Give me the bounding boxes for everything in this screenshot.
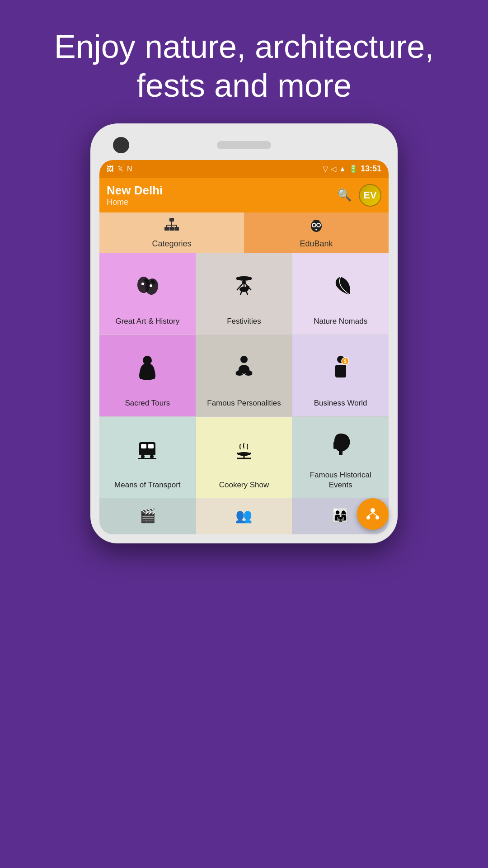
battery-icon: 🔋 (349, 165, 358, 173)
status-time: 13:51 (361, 164, 381, 174)
svg-line-52 (373, 513, 377, 516)
svg-point-41 (150, 455, 154, 458)
signal-icon2: ▲ (339, 165, 346, 173)
business-label: Business World (314, 398, 367, 408)
historical-icon (297, 424, 384, 465)
category-cookery-show[interactable]: Cookery Show (196, 417, 292, 498)
art-label: Great Art & History (115, 316, 179, 326)
transport-label: Means of Transport (114, 480, 180, 490)
svg-line-27 (246, 291, 248, 295)
tab-categories[interactable]: Categories (99, 212, 244, 253)
svg-point-54 (367, 517, 369, 519)
festivities-label: Festivities (227, 316, 261, 326)
famous-label: Famous Personalities (207, 398, 281, 408)
phone-screen: 🖼 𝕏 N ▽ ◁ ▲ 🔋 13:51 New Delhi Home 🔍 EV (99, 160, 389, 534)
category-famous-personalities[interactable]: Famous Personalities (196, 335, 292, 416)
notification-icon: N (127, 165, 132, 173)
svg-point-17 (141, 283, 144, 285)
svg-rect-0 (169, 218, 174, 222)
svg-point-53 (372, 509, 374, 511)
app-bar-right: 🔍 EV (337, 184, 381, 207)
speaker (217, 141, 271, 149)
categories-icon (164, 217, 180, 236)
svg-rect-39 (139, 452, 155, 455)
svg-rect-2 (169, 227, 174, 231)
search-button[interactable]: 🔍 (337, 188, 352, 202)
category-famous-historical[interactable]: Famous Historical Events (292, 417, 389, 498)
app-bar: New Delhi Home 🔍 EV (99, 178, 389, 212)
hero-text: Enjoy nature, architecture, fests and mo… (0, 0, 488, 123)
home-label: Home (107, 198, 163, 207)
svg-rect-47 (333, 442, 336, 449)
image-icon: 🖼 (107, 165, 114, 173)
svg-text:$: $ (344, 359, 347, 364)
festivities-icon (201, 260, 288, 311)
twitter-icon: 𝕏 (117, 165, 123, 173)
svg-point-40 (141, 455, 145, 458)
nature-icon (297, 260, 384, 311)
categories-grid: Great Art & History (99, 253, 389, 498)
svg-line-51 (368, 513, 373, 516)
fab-button[interactable] (357, 498, 389, 530)
camera (113, 137, 129, 153)
svg-point-18 (150, 284, 152, 287)
status-icons-left: 🖼 𝕏 N (107, 165, 132, 173)
category-means-of-transport[interactable]: Means of Transport (99, 417, 196, 498)
app-bar-left: New Delhi Home (107, 184, 163, 207)
logo-badge[interactable]: EV (359, 184, 381, 207)
tab-categories-label: Categories (152, 239, 191, 249)
tab-edubank[interactable]: EduBank (244, 212, 389, 253)
city-name: New Delhi (107, 184, 163, 198)
cookery-label: Cookery Show (219, 480, 269, 490)
transport-icon (104, 424, 191, 475)
row4b-icon: 👥 (201, 505, 288, 526)
status-bar: 🖼 𝕏 N ▽ ◁ ▲ 🔋 13:51 (99, 160, 389, 178)
wifi-icon: ▽ (323, 165, 328, 173)
svg-point-12 (313, 224, 315, 226)
svg-point-55 (376, 517, 378, 519)
svg-rect-37 (141, 444, 146, 448)
business-icon: $ (297, 342, 384, 393)
svg-rect-46 (339, 449, 343, 455)
category-great-art-history[interactable]: Great Art & History (99, 253, 196, 335)
phone-mockup: 🖼 𝕏 N ▽ ◁ ▲ 🔋 13:51 New Delhi Home 🔍 EV (90, 123, 398, 543)
cookery-icon (201, 424, 288, 475)
historical-label: Famous Historical Events (297, 470, 384, 490)
category-nature-nomads[interactable]: Nature Nomads (292, 253, 389, 335)
sacred-icon (104, 342, 191, 393)
svg-rect-1 (164, 227, 169, 231)
edubank-icon (308, 217, 324, 236)
category-row4-a[interactable]: 🎬 (99, 498, 196, 534)
tabs-bar: Categories EduBank (99, 212, 389, 253)
category-sacred-tours[interactable]: Sacred Tours (99, 335, 196, 416)
nature-label: Nature Nomads (314, 316, 367, 326)
svg-point-13 (317, 224, 320, 226)
famous-icon (201, 342, 288, 393)
sacred-label: Sacred Tours (125, 398, 170, 408)
svg-point-30 (240, 356, 248, 363)
phone-top (99, 132, 389, 160)
status-icons-right: ▽ ◁ ▲ 🔋 13:51 (323, 164, 381, 174)
svg-rect-3 (174, 227, 179, 231)
svg-line-26 (240, 291, 242, 295)
svg-point-25 (246, 286, 249, 289)
svg-rect-38 (148, 444, 154, 448)
row4a-icon: 🎬 (104, 505, 191, 526)
art-icon (104, 260, 191, 311)
svg-rect-33 (335, 365, 346, 377)
tab-edubank-label: EduBank (300, 239, 333, 249)
category-row4-b[interactable]: 👥 (196, 498, 292, 534)
svg-point-23 (236, 276, 252, 281)
category-festivities[interactable]: Festivities (196, 253, 292, 335)
signal-icon: ◁ (331, 165, 336, 173)
categories-grid-row4: 🎬 👥 👨‍👩‍👧 (99, 498, 389, 534)
category-business-world[interactable]: $ Business World (292, 335, 389, 416)
